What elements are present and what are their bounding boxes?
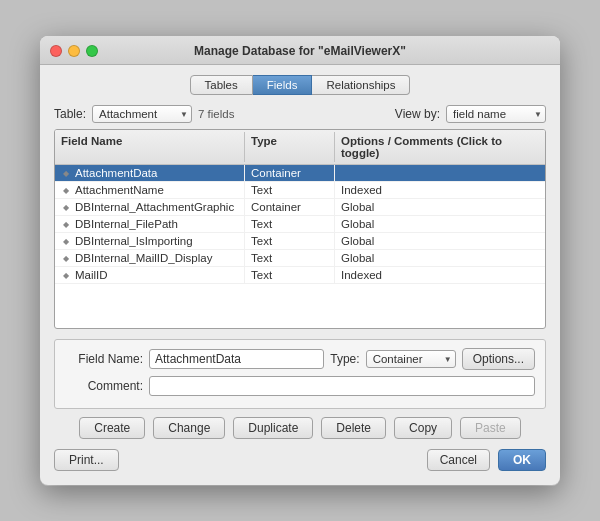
traffic-lights [50, 45, 98, 57]
cell-options: Global [335, 233, 545, 249]
cell-options: Indexed [335, 182, 545, 198]
comment-input[interactable] [149, 376, 535, 396]
table-body: AttachmentData Container AttachmentName … [55, 165, 545, 284]
table-row[interactable]: AttachmentData Container [55, 165, 545, 182]
field-icon [61, 270, 71, 280]
tab-relationships[interactable]: Relationships [312, 75, 410, 95]
paste-button[interactable]: Paste [460, 417, 521, 439]
title-bar: Manage Database for "eMailViewerX" [40, 36, 560, 65]
col-header-field-name[interactable]: Field Name [55, 132, 245, 162]
table-row[interactable]: MailID Text Indexed [55, 267, 545, 284]
field-name-row: Field Name: Type: Container Text Number … [65, 348, 535, 370]
field-icon [61, 236, 71, 246]
table-row[interactable]: DBInternal_FilePath Text Global [55, 216, 545, 233]
tab-tables[interactable]: Tables [190, 75, 253, 95]
window-title: Manage Database for "eMailViewerX" [52, 44, 548, 58]
type-select-wrapper: Container Text Number Date ▼ [366, 350, 456, 368]
footer-right: Cancel OK [427, 449, 546, 471]
comment-label: Comment: [65, 379, 143, 393]
create-button[interactable]: Create [79, 417, 145, 439]
print-button[interactable]: Print... [54, 449, 119, 471]
toolbar-row: Table: Attachment ▼ 7 fields View by: fi… [54, 105, 546, 123]
cell-type: Container [245, 199, 335, 215]
close-button[interactable] [50, 45, 62, 57]
delete-button[interactable]: Delete [321, 417, 386, 439]
maximize-button[interactable] [86, 45, 98, 57]
cell-field-name: DBInternal_MailID_Display [55, 250, 245, 266]
manage-database-window: Manage Database for "eMailViewerX" Table… [40, 36, 560, 485]
minimize-button[interactable] [68, 45, 80, 57]
tab-bar: Tables Fields Relationships [54, 75, 546, 95]
col-header-options[interactable]: Options / Comments (Click to toggle) [335, 132, 545, 162]
field-icon [61, 219, 71, 229]
copy-button[interactable]: Copy [394, 417, 452, 439]
footer-row: Print... Cancel OK [54, 449, 546, 471]
table-row[interactable]: DBInternal_AttachmentGraphic Container G… [55, 199, 545, 216]
cell-options: Global [335, 199, 545, 215]
type-label: Type: [330, 352, 359, 366]
toolbar-left: Table: Attachment ▼ 7 fields [54, 105, 234, 123]
cell-type: Text [245, 233, 335, 249]
content-area: Tables Fields Relationships Table: Attac… [40, 65, 560, 485]
field-icon [61, 253, 71, 263]
table-label: Table: [54, 107, 86, 121]
tab-fields[interactable]: Fields [253, 75, 313, 95]
type-select[interactable]: Container Text Number Date [366, 350, 456, 368]
table-select-wrapper: Attachment ▼ [92, 105, 192, 123]
action-buttons: Create Change Duplicate Delete Copy Past… [54, 417, 546, 439]
cell-field-name: AttachmentData [55, 165, 245, 181]
table-row[interactable]: AttachmentName Text Indexed [55, 182, 545, 199]
cell-type: Text [245, 182, 335, 198]
table-header: Field Name Type Options / Comments (Clic… [55, 130, 545, 165]
cell-type: Text [245, 250, 335, 266]
toolbar-right: View by: field name ▼ [395, 105, 546, 123]
field-icon [61, 202, 71, 212]
cell-options: Global [335, 216, 545, 232]
fields-table: Field Name Type Options / Comments (Clic… [54, 129, 546, 329]
cell-type: Text [245, 216, 335, 232]
field-form: Field Name: Type: Container Text Number … [54, 339, 546, 409]
cell-field-name: DBInternal_IsImporting [55, 233, 245, 249]
fields-count: 7 fields [198, 108, 234, 120]
cell-field-name: AttachmentName [55, 182, 245, 198]
table-select[interactable]: Attachment [92, 105, 192, 123]
field-name-label: Field Name: [65, 352, 143, 366]
table-row[interactable]: DBInternal_MailID_Display Text Global [55, 250, 545, 267]
view-by-label: View by: [395, 107, 440, 121]
field-icon [61, 168, 71, 178]
cell-field-name: DBInternal_AttachmentGraphic [55, 199, 245, 215]
cell-field-name: MailID [55, 267, 245, 283]
cell-options [335, 165, 545, 181]
options-button[interactable]: Options... [462, 348, 535, 370]
field-icon [61, 185, 71, 195]
col-header-type[interactable]: Type [245, 132, 335, 162]
view-by-select-wrapper: field name ▼ [446, 105, 546, 123]
cell-field-name: DBInternal_FilePath [55, 216, 245, 232]
cell-type: Text [245, 267, 335, 283]
duplicate-button[interactable]: Duplicate [233, 417, 313, 439]
cell-options: Global [335, 250, 545, 266]
field-name-input[interactable] [149, 349, 324, 369]
cell-type: Container [245, 165, 335, 181]
comment-row: Comment: [65, 376, 535, 396]
cell-options: Indexed [335, 267, 545, 283]
view-by-select[interactable]: field name [446, 105, 546, 123]
cancel-button[interactable]: Cancel [427, 449, 490, 471]
table-row[interactable]: DBInternal_IsImporting Text Global [55, 233, 545, 250]
change-button[interactable]: Change [153, 417, 225, 439]
ok-button[interactable]: OK [498, 449, 546, 471]
